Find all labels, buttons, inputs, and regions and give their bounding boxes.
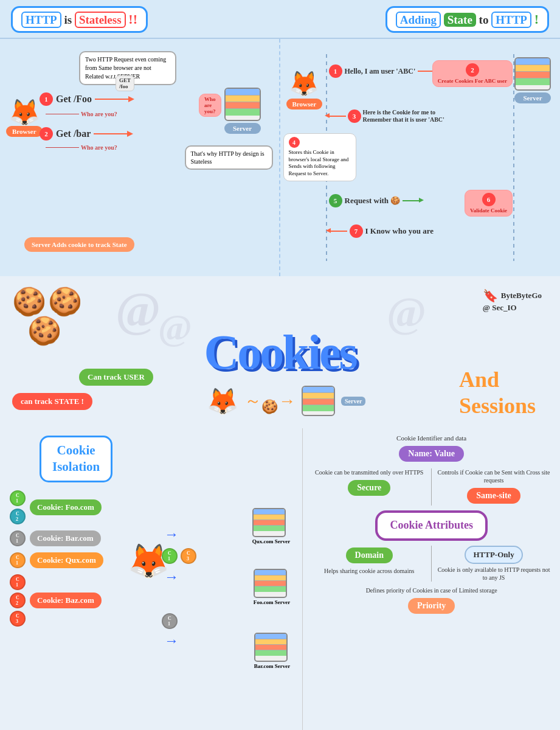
bytebytego-icon: 🔖 bbox=[483, 288, 498, 303]
http-only-badge: HTTP-Only bbox=[465, 546, 522, 564]
can-track-state-badge: can track STATE ! bbox=[12, 393, 92, 410]
get-foo-small: GET/foo bbox=[116, 75, 134, 91]
step1-get-foo: 1 Get /Foo bbox=[40, 92, 131, 106]
bytebytego-label: ByteByteGo bbox=[501, 291, 542, 301]
domain-col: Domain Helps sharing cookie across domai… bbox=[310, 546, 428, 582]
swirl-2: @ bbox=[158, 307, 192, 349]
stateless-label: Stateless bbox=[75, 12, 126, 28]
cookie-isolation-area: Cookie Isolation C1 C2 Cookie: Foo.com C… bbox=[0, 428, 302, 730]
state-label: State bbox=[444, 13, 476, 27]
secure-same-site-row: Cookie can be transmitted only over HTTP… bbox=[310, 468, 553, 506]
adding-state-badge: Adding State to HTTP ! bbox=[385, 6, 549, 33]
arrow-bar: → bbox=[164, 633, 179, 649]
baz-cookie-1: C1 bbox=[10, 574, 26, 590]
server-label-right: Server bbox=[514, 92, 551, 103]
secure-desc: Cookie can be transmitted only over HTTP… bbox=[310, 468, 428, 476]
cookies-title: Cookies bbox=[204, 325, 356, 380]
http2-label: HTTP bbox=[491, 12, 531, 28]
server-adds-label: Server Adds cookie to track State bbox=[24, 237, 134, 252]
cookie-emojis: 🍪 🍪 🍪 bbox=[12, 285, 82, 347]
qux-server: Qux.com Server bbox=[252, 508, 290, 545]
qux-server-label: Qux.com Server bbox=[252, 538, 290, 545]
baz-badge: Cookie: Baz.com bbox=[30, 593, 102, 608]
name-value-section: Cookie Identifier and data Name: Value bbox=[310, 434, 553, 464]
exclamation2: ! bbox=[534, 12, 539, 27]
bar-server: Bar.com Server bbox=[254, 633, 291, 670]
qux-badge: Cookie: Qux.com bbox=[30, 552, 103, 568]
cookie-attr-title: Cookie Attributes bbox=[390, 519, 473, 532]
firefox-icon-cookies: 🦊 bbox=[207, 386, 238, 416]
server-cookies bbox=[302, 386, 335, 416]
iso-cookie-bar: C1 bbox=[162, 613, 178, 629]
swirl-1: @ bbox=[116, 282, 161, 338]
swirl-3: @ bbox=[387, 288, 426, 337]
secure-col: Cookie can be transmitted only over HTTP… bbox=[310, 468, 428, 506]
step7-right: 7 I Know who you are bbox=[329, 224, 434, 238]
thats-why-bubble: That's why HTTP by design is Stateless bbox=[185, 145, 273, 170]
http-label: HTTP bbox=[21, 12, 61, 28]
iso-cookie-bottom: C1 bbox=[161, 611, 178, 630]
foo-server-label: Foo.com Server bbox=[254, 599, 290, 606]
same-site-col: Controls if Cookie can be Sent with Cros… bbox=[435, 468, 553, 506]
cookies-between: C1 C3 bbox=[161, 548, 197, 565]
is-label: is bbox=[64, 13, 74, 26]
bar-badge: Cookie: Bar.com bbox=[30, 530, 101, 546]
server-label-cookies: Server bbox=[341, 397, 365, 406]
get-foo-label: Get /Foo bbox=[56, 94, 92, 105]
cookies-section: @ @ @ 🍪 🍪 🍪 Can track USER can track STA… bbox=[0, 276, 560, 428]
vsep2 bbox=[431, 546, 432, 582]
bar-cookie-1: C1 bbox=[10, 530, 26, 546]
priority-section: Defines priority of Cookies in case of L… bbox=[310, 586, 553, 616]
same-site-badge: Same-site bbox=[467, 488, 520, 504]
browser-label-right: Browser bbox=[286, 99, 323, 109]
priority-desc: Defines priority of Cookies in case of L… bbox=[310, 586, 553, 594]
foo-cookie-1: C1 bbox=[10, 490, 26, 506]
step6-right: 6 Validate Cookie bbox=[465, 190, 513, 217]
iso-cookie-1: C1 bbox=[162, 548, 178, 564]
bytebytego-badge: 🔖 ByteByteGo @ Sec_IO bbox=[483, 288, 542, 313]
get-bar-label: Get /bar bbox=[56, 128, 91, 139]
http-stateless-badge: HTTP is Stateless !! bbox=[11, 6, 148, 33]
baz-cookie-2: C2 bbox=[10, 593, 26, 608]
secure-badge: Secure bbox=[348, 480, 390, 496]
step2-right-circle: 2 bbox=[466, 63, 479, 77]
same-site-desc: Controls if Cookie can be Sent with Cros… bbox=[435, 468, 553, 484]
step2-right: 2 Create Cookies For ABC user bbox=[432, 60, 513, 87]
dashed-line-2 bbox=[513, 54, 514, 261]
cookie-emoji-1: 🍪 bbox=[12, 285, 46, 318]
baz-row: C1 C2 C3 Cookie: Baz.com bbox=[9, 574, 293, 627]
exclamations: !! bbox=[128, 12, 137, 27]
cookie-near-server: 🍪 bbox=[261, 399, 278, 415]
identifier-desc: Cookie Identifier and data bbox=[310, 434, 553, 442]
baz-cookie-3: C3 bbox=[10, 611, 26, 627]
cookie-emoji-2: 🍪 bbox=[48, 285, 82, 318]
foo-cookie-2: C2 bbox=[10, 509, 26, 524]
step3-right-circle: 3 bbox=[348, 109, 361, 123]
step3-right: 3 Here is the Cookie for me to Remember … bbox=[328, 109, 460, 123]
cookie-attributes-area: Cookie Identifier and data Name: Value C… bbox=[302, 428, 560, 730]
bottom-section: Cookie Isolation C1 C2 Cookie: Foo.com C… bbox=[0, 428, 560, 730]
who-are-you-2: Who are you? bbox=[46, 144, 117, 151]
browser-label-left: Browser bbox=[6, 126, 43, 137]
cookie-flow-diagram: 🦊 ～～→ Server bbox=[207, 386, 365, 416]
msg7-label: I Know who you are bbox=[365, 226, 434, 236]
domain-desc: Helps sharing cookie across domains bbox=[310, 567, 428, 575]
left-diagram: 🦊 Browser Server 1 Get /Foo Who ar bbox=[0, 39, 280, 276]
domain-badge: Domain bbox=[346, 548, 393, 563]
diagram-area: 🦊 Browser Server 1 Get /Foo Who ar bbox=[0, 39, 560, 276]
server-left: Server bbox=[224, 88, 261, 134]
and-sessions-label: And Sessions bbox=[459, 367, 536, 419]
http-only-desc: Cookie is only available to HTTP request… bbox=[435, 566, 553, 582]
step1-circle: 1 bbox=[40, 92, 53, 106]
isolation-diagram: C1 C2 Cookie: Foo.com C1 Cookie: Bar.com… bbox=[9, 490, 293, 627]
msg3-label: Here is the Cookie for me to Remember th… bbox=[363, 109, 460, 123]
msg1-label: Hello, I am user 'ABC' bbox=[345, 67, 416, 76]
step2-circle: 2 bbox=[40, 127, 53, 141]
to-label2: to bbox=[479, 13, 492, 26]
step5-right: 5 Request with 🍪 bbox=[329, 194, 421, 207]
iso-cookie-2: C3 bbox=[181, 548, 196, 564]
arrow-foo: → bbox=[164, 569, 179, 585]
who-are-you-1: Who are you? bbox=[46, 111, 117, 117]
http-only-col: HTTP-Only Cookie is only available to HT… bbox=[435, 546, 553, 582]
msg5-label: Request with 🍪 bbox=[345, 196, 401, 206]
